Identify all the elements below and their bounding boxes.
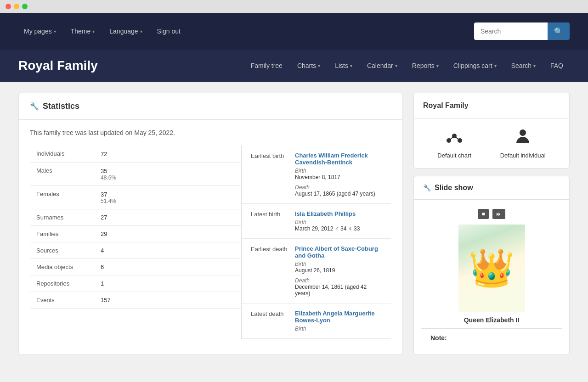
stat-repos-value: 1 xyxy=(101,280,104,287)
stat-sources: Sources 4 xyxy=(30,242,241,259)
search-bar: 🔍 xyxy=(474,22,570,40)
nav-faq[interactable]: FAQ xyxy=(544,58,570,73)
nav-calendar[interactable]: Calendar ▾ xyxy=(361,58,404,73)
event-latest-birth-label: Birth xyxy=(295,219,382,225)
default-individual-option[interactable]: Default individual xyxy=(500,128,546,159)
event-latest-birth-type: Latest birth xyxy=(251,210,288,232)
royal-family-title: Royal Family xyxy=(423,101,469,109)
wrench-icon: 🔧 xyxy=(30,102,39,111)
event-earliest-death: Earliest death Prince Albert of Saxe-Cob… xyxy=(242,239,391,303)
stat-families-value: 29 xyxy=(101,230,107,237)
titlebar xyxy=(0,0,588,13)
statistics-title: Statistics xyxy=(43,101,79,111)
slideshow-controls: ■ ⏭ xyxy=(421,203,562,225)
svg-point-5 xyxy=(520,129,526,136)
svg-line-4 xyxy=(454,136,460,140)
statistics-panel: 🔧 Statistics This family tree was last u… xyxy=(18,93,402,355)
slideshow-title: Slide show xyxy=(435,184,473,192)
stat-individuals-label: Individuals xyxy=(36,150,101,157)
event-earliest-death-details: Prince Albert of Saxe-Coburg and Gotha B… xyxy=(295,245,382,297)
stat-repos: Repositories 1 xyxy=(30,275,241,292)
slideshow-image: 👑 xyxy=(458,225,525,312)
language-menu[interactable]: Language ▾ xyxy=(104,24,147,39)
stat-events: Events 157 xyxy=(30,292,241,309)
clippings-chevron: ▾ xyxy=(494,63,497,68)
my-pages-menu[interactable]: My pages ▾ xyxy=(18,24,62,39)
event-latest-birth: Latest birth Isla Elizabeth Phillips Bir… xyxy=(242,204,391,239)
svg-line-3 xyxy=(449,136,454,140)
calendar-chevron: ▾ xyxy=(395,63,397,68)
event-earliest-death-type: Earliest death xyxy=(251,245,288,297)
stat-media-value: 6 xyxy=(101,264,104,270)
nav-charts-label: Charts xyxy=(297,62,316,69)
nav-calendar-label: Calendar xyxy=(367,62,393,69)
stat-females-pct: 51.4% xyxy=(101,198,116,204)
nav-search[interactable]: Search ▾ xyxy=(505,58,542,73)
stat-females-label: Females xyxy=(36,191,101,197)
main-content: 🔧 Statistics This family tree was last u… xyxy=(0,82,588,366)
minimize-button[interactable] xyxy=(14,4,19,9)
language-chevron: ▾ xyxy=(140,29,142,34)
stat-families-label: Families xyxy=(36,230,101,237)
note-label: Note: xyxy=(430,334,447,342)
event-latest-birth-name[interactable]: Isla Elizabeth Phillips xyxy=(295,210,382,217)
close-button[interactable] xyxy=(6,4,11,9)
theme-menu[interactable]: Theme ▾ xyxy=(65,24,101,39)
stat-males-label: Males xyxy=(36,167,101,174)
reports-chevron: ▾ xyxy=(436,63,439,68)
event-latest-birth-date: March 29, 2012 ♂ 34 ♀ 33 xyxy=(295,225,382,232)
slideshow-body: ■ ⏭ 👑 Queen Elizabeth II Note: xyxy=(414,200,569,354)
slide-next-button[interactable]: ⏭ xyxy=(492,209,505,219)
search-input[interactable] xyxy=(474,22,548,40)
nav-reports[interactable]: Reports ▾ xyxy=(406,58,445,73)
nav-family-tree[interactable]: Family tree xyxy=(244,58,289,73)
default-options: Default chart Default individual xyxy=(414,118,569,168)
event-earliest-death-name[interactable]: Prince Albert of Saxe-Coburg and Gotha xyxy=(295,245,382,259)
nav-clippings-cart[interactable]: Clippings cart ▾ xyxy=(447,58,503,73)
stat-sources-label: Sources xyxy=(36,247,101,254)
last-updated-text: This family tree was last updated on May… xyxy=(30,129,391,136)
slideshow-header: 🔧 Slide show xyxy=(414,176,569,200)
stat-females: Females 37 51.4% xyxy=(30,186,241,209)
stat-media-label: Media objects xyxy=(36,264,101,270)
search-nav-chevron: ▾ xyxy=(533,63,536,68)
royal-family-card: Royal Family Default chart xyxy=(413,93,570,169)
stats-right: Earliest birth Charles William Frederick… xyxy=(241,146,391,339)
theme-label: Theme xyxy=(71,28,91,35)
stat-females-value: 37 xyxy=(101,191,107,198)
top-nav: My pages ▾ Theme ▾ Language ▾ Sign out 🔍 xyxy=(0,13,588,50)
statistics-body: This family tree was last updated on May… xyxy=(19,120,402,348)
brand-nav-items: Family tree Charts ▾ Lists ▾ Calendar ▾ … xyxy=(244,58,570,73)
stat-events-label: Events xyxy=(36,297,101,303)
event-earliest-birth-type: Earliest birth xyxy=(251,152,288,197)
note-section: Note: xyxy=(421,328,562,347)
nav-reports-label: Reports xyxy=(412,62,435,69)
event-earliest-birth: Earliest birth Charles William Frederick… xyxy=(242,146,391,204)
nav-charts[interactable]: Charts ▾ xyxy=(291,58,327,73)
event-latest-death-name[interactable]: Elizabeth Angela Marguerite Bowes-Lyon xyxy=(295,310,382,324)
slideshow-card: 🔧 Slide show ■ ⏭ 👑 Queen Elizabeth II No… xyxy=(413,176,570,355)
event-latest-death: Latest death Elizabeth Angela Marguerite… xyxy=(242,303,391,339)
stat-individuals: Individuals 72 xyxy=(30,146,241,163)
event-earliest-birth-label: Birth xyxy=(295,168,382,174)
my-pages-chevron: ▾ xyxy=(54,29,56,34)
event-earliest-birth-name[interactable]: Charles William Frederick Cavendish-Bent… xyxy=(295,152,382,166)
stat-surnames-value: 27 xyxy=(101,214,107,221)
top-nav-left: My pages ▾ Theme ▾ Language ▾ Sign out xyxy=(18,24,186,39)
event-earliest-birth-death-date: August 17, 1865 (aged 47 years) xyxy=(295,191,382,197)
nav-faq-label: FAQ xyxy=(550,62,563,69)
maximize-button[interactable] xyxy=(22,4,28,9)
slide-stop-button[interactable]: ■ xyxy=(478,209,488,219)
search-button[interactable]: 🔍 xyxy=(548,22,570,40)
sign-out-button[interactable]: Sign out xyxy=(152,24,186,39)
lists-chevron: ▾ xyxy=(350,63,352,68)
default-individual-label: Default individual xyxy=(500,152,546,159)
nav-lists[interactable]: Lists ▾ xyxy=(328,58,359,73)
stat-males: Males 35 48.6% xyxy=(30,163,241,186)
event-earliest-birth-death-label: Death xyxy=(295,184,382,191)
nav-search-label: Search xyxy=(511,62,531,69)
right-sidebar: Royal Family Default chart xyxy=(413,93,570,355)
default-chart-option[interactable]: Default chart xyxy=(437,128,471,159)
slideshow-wrench-icon: 🔧 xyxy=(423,184,431,191)
brand-title: Royal Family xyxy=(18,58,98,73)
